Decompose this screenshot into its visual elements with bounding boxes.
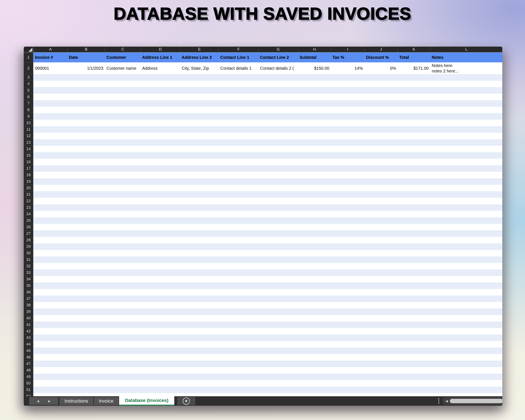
empty-row-18[interactable] (33, 172, 502, 178)
empty-row-13[interactable] (33, 139, 502, 146)
row-number-23[interactable]: 23 (24, 204, 33, 211)
row-number-8[interactable]: 8 (24, 107, 33, 113)
empty-row-10[interactable] (33, 120, 502, 126)
empty-row-24[interactable] (33, 211, 502, 217)
row-number-46[interactable]: 46 (24, 354, 33, 361)
header-cell-B1[interactable]: Date (67, 53, 105, 62)
sheet-tab-invoice[interactable]: Invoice (94, 397, 119, 405)
empty-row-40[interactable] (33, 315, 502, 321)
empty-row-36[interactable] (33, 289, 502, 296)
empty-row-39[interactable] (33, 308, 502, 315)
empty-row-26[interactable] (33, 224, 502, 230)
row-number-6[interactable]: 6 (24, 94, 33, 100)
empty-row-28[interactable] (33, 237, 502, 243)
row-number-47[interactable]: 47 (24, 361, 33, 367)
row-number-26[interactable]: 26 (24, 224, 33, 230)
cell-K2[interactable]: $171.00 (398, 62, 430, 74)
row-number-52[interactable]: 52 (24, 393, 33, 396)
row-number-39[interactable]: 39 (24, 308, 33, 315)
empty-row-8[interactable] (33, 107, 502, 113)
row-number-21[interactable]: 21 (24, 191, 33, 198)
empty-row-37[interactable] (33, 296, 502, 302)
cell-A2[interactable]: 000001 (33, 62, 67, 74)
row-number-28[interactable]: 28 (24, 237, 33, 243)
row-number-49[interactable]: 49 (24, 373, 33, 380)
empty-row-17[interactable] (33, 165, 502, 172)
row-number-36[interactable]: 36 (24, 289, 33, 296)
empty-row-11[interactable] (33, 126, 502, 133)
header-cell-D1[interactable]: Address Line 1 (141, 53, 180, 62)
row-number-37[interactable]: 37 (24, 296, 33, 302)
empty-row-41[interactable] (33, 321, 502, 328)
row-number-33[interactable]: 33 (24, 270, 33, 276)
cell-L2[interactable]: Notes herenotes 2 here... (430, 62, 502, 74)
header-cell-L1[interactable]: Notes (430, 53, 502, 62)
row-number-2[interactable]: 2 (24, 62, 33, 74)
empty-row-34[interactable] (33, 276, 502, 282)
empty-row-31[interactable] (33, 256, 502, 263)
row-number-14[interactable]: 14 (24, 146, 33, 152)
column-header-B[interactable]: B (67, 47, 105, 52)
row-number-35[interactable]: 35 (24, 282, 33, 289)
header-cell-C1[interactable]: Customer (105, 53, 141, 62)
empty-row-25[interactable] (33, 217, 502, 224)
empty-row-9[interactable] (33, 113, 502, 120)
column-header-J[interactable]: J (364, 47, 398, 52)
column-header-C[interactable]: C (105, 47, 141, 52)
empty-row-16[interactable] (33, 159, 502, 165)
empty-row-43[interactable] (33, 335, 502, 341)
empty-row-52[interactable] (33, 393, 502, 396)
row-number-16[interactable]: 16 (24, 159, 33, 165)
row-number-3[interactable]: 3 (24, 74, 33, 81)
horizontal-scrollbar[interactable]: ◀ (443, 397, 502, 405)
row-number-7[interactable]: 7 (24, 100, 33, 107)
empty-row-38[interactable] (33, 302, 502, 308)
empty-row-29[interactable] (33, 243, 502, 250)
column-header-A[interactable]: A (33, 47, 67, 52)
row-number-43[interactable]: 43 (24, 335, 33, 341)
row-number-25[interactable]: 25 (24, 217, 33, 224)
scrollbar-thumb[interactable] (450, 399, 502, 403)
cell-C2[interactable]: Customer name (105, 62, 141, 74)
cell-G2[interactable]: Contact details 2 ( (258, 62, 298, 74)
row-number-24[interactable]: 24 (24, 211, 33, 217)
header-cell-I1[interactable]: Tax % (331, 53, 364, 62)
row-number-40[interactable]: 40 (24, 315, 33, 321)
column-header-E[interactable]: E (180, 47, 219, 52)
row-number-4[interactable]: 4 (24, 81, 33, 87)
cell-F2[interactable]: Contact details 1 (219, 62, 258, 74)
row-number-1[interactable]: 1 (24, 53, 33, 62)
column-header-G[interactable]: G (258, 47, 298, 52)
column-header-I[interactable]: I (331, 47, 364, 52)
empty-row-20[interactable] (33, 185, 502, 191)
header-cell-K1[interactable]: Total (398, 53, 430, 62)
empty-row-3[interactable] (33, 74, 502, 81)
tab-nav-left-icon[interactable]: ◀ (37, 400, 39, 402)
row-number-17[interactable]: 17 (24, 165, 33, 172)
row-number-10[interactable]: 10 (24, 120, 33, 126)
row-number-45[interactable]: 45 (24, 347, 33, 354)
column-header-L[interactable]: L (430, 47, 502, 52)
cell-H2[interactable]: $150.00 (298, 62, 331, 74)
empty-row-15[interactable] (33, 152, 502, 159)
cell-E2[interactable]: City, State, Zip (180, 62, 219, 74)
cell-B2[interactable]: 1/1/2023 (67, 62, 105, 74)
row-number-18[interactable]: 18 (24, 172, 33, 178)
row-number-50[interactable]: 50 (24, 380, 33, 387)
header-cell-E1[interactable]: Address Line 2 (180, 53, 219, 62)
sheet-tab-instructions[interactable]: Instructions (59, 397, 93, 405)
column-header-K[interactable]: K (398, 47, 430, 52)
empty-row-21[interactable] (33, 191, 502, 198)
empty-row-48[interactable] (33, 367, 502, 373)
header-cell-H1[interactable]: Subtotal (298, 53, 331, 62)
tab-nav-right-icon[interactable]: ▶ (48, 400, 51, 402)
empty-row-14[interactable] (33, 146, 502, 152)
empty-row-51[interactable] (33, 387, 502, 393)
row-number-11[interactable]: 11 (24, 126, 33, 133)
empty-row-46[interactable] (33, 354, 502, 361)
row-number-38[interactable]: 38 (24, 302, 33, 308)
row-number-51[interactable]: 51 (24, 387, 33, 393)
overflow-dots-icon[interactable] (438, 398, 439, 404)
empty-row-47[interactable] (33, 361, 502, 367)
empty-row-7[interactable] (33, 100, 502, 107)
